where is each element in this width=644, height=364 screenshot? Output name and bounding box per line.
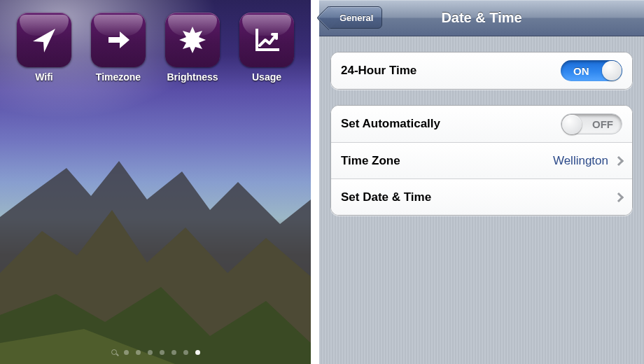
- toggle-knob: [562, 115, 582, 134]
- starburst-icon: [165, 13, 220, 67]
- toggle-state-label: OFF: [592, 118, 613, 130]
- page-dot[interactable]: [124, 350, 129, 355]
- app-label: Timezone: [96, 71, 141, 83]
- page-dot[interactable]: [183, 350, 188, 355]
- location-arrow-icon: [17, 13, 71, 67]
- row-24hour[interactable]: 24-Hour Time ON: [331, 52, 632, 89]
- nav-bar: General Date & Time: [319, 0, 644, 36]
- chart-line-icon: [239, 13, 294, 67]
- chevron-right-icon: [614, 192, 624, 202]
- time-zone-value: Wellington: [553, 154, 608, 168]
- page-dot-active[interactable]: [195, 350, 200, 355]
- row-setdt-label: Set Date & Time: [341, 190, 615, 204]
- app-timezone[interactable]: Timezone: [90, 13, 147, 83]
- back-button-label: General: [340, 13, 373, 23]
- page-indicator[interactable]: [0, 350, 311, 356]
- home-screen: Wifi Timezone Brightness: [0, 0, 311, 364]
- toggle-knob: [602, 61, 622, 80]
- app-label: Wifi: [35, 71, 53, 83]
- app-label: Brightness: [167, 71, 218, 83]
- page-dot[interactable]: [160, 350, 164, 355]
- search-page-dot[interactable]: [111, 349, 117, 355]
- app-brightness[interactable]: Brightness: [164, 13, 221, 83]
- row-set-date-time[interactable]: Set Date & Time: [331, 178, 632, 215]
- wallpaper-mountains: [0, 133, 311, 364]
- app-wifi[interactable]: Wifi: [15, 13, 73, 83]
- toggle-set-automatically[interactable]: OFF: [561, 113, 622, 134]
- arrow-right-icon: [91, 13, 146, 67]
- app-label: Usage: [252, 71, 281, 83]
- row-auto-label: Set Automatically: [341, 117, 561, 131]
- toggle-state-label: ON: [573, 65, 589, 77]
- back-button[interactable]: General: [326, 6, 382, 29]
- page-dot[interactable]: [172, 350, 176, 355]
- app-usage[interactable]: Usage: [238, 13, 295, 83]
- row-set-automatically[interactable]: Set Automatically OFF: [331, 106, 632, 142]
- settings-pane: General Date & Time 24-Hour Time ON Set …: [319, 0, 644, 364]
- app-shortcut-row: Wifi Timezone Brightness: [0, 0, 311, 83]
- chevron-right-icon: [614, 155, 624, 165]
- page-title: Date & Time: [441, 10, 522, 26]
- page-dot[interactable]: [136, 350, 141, 355]
- toggle-24hour[interactable]: ON: [561, 60, 622, 81]
- row-time-zone[interactable]: Time Zone Wellington: [331, 142, 632, 178]
- row-tz-label: Time Zone: [341, 154, 553, 168]
- page-dot[interactable]: [148, 350, 153, 355]
- settings-group-2: Set Automatically OFF Time Zone Wellingt…: [330, 105, 633, 216]
- settings-group-1: 24-Hour Time ON: [330, 52, 633, 90]
- screenshot-divider: [311, 0, 319, 364]
- row-24hour-label: 24-Hour Time: [341, 64, 561, 78]
